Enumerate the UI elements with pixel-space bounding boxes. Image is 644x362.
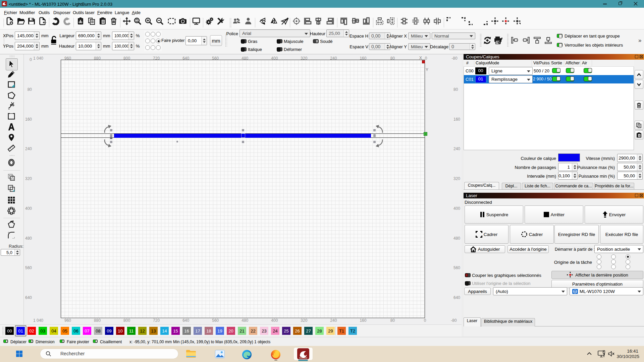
svg-text:RD: RD — [574, 291, 577, 293]
